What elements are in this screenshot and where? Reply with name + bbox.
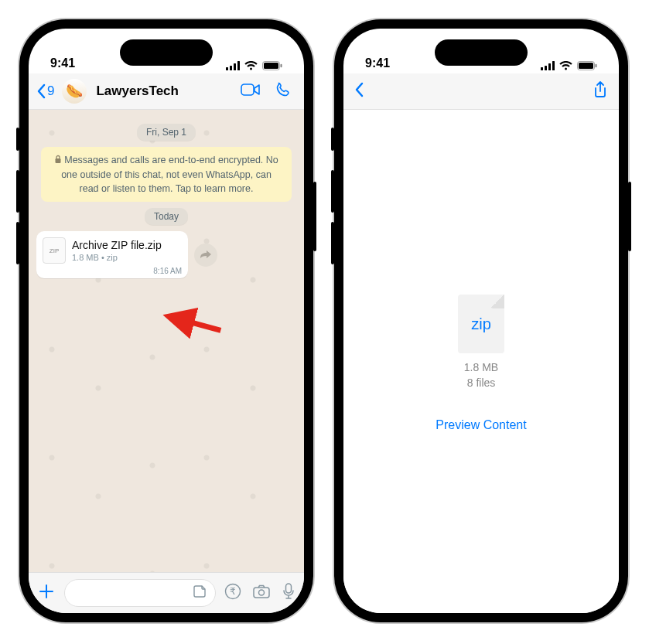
svg-text:₹: ₹: [230, 586, 236, 597]
phone-left: 9:41 9 🌭 LawyersTech: [19, 19, 313, 622]
svg-rect-21: [596, 64, 597, 67]
volume-down-button: [16, 222, 19, 264]
volume-up-button: [16, 170, 19, 213]
sticker-icon: [192, 584, 207, 599]
plus-icon: [38, 583, 55, 600]
chat-title[interactable]: LawyersTech: [96, 83, 231, 99]
video-call-button[interactable]: [236, 83, 265, 100]
power-button: [313, 182, 316, 251]
svg-rect-18: [552, 61, 555, 70]
file-meta: 1.8 MB • zip: [72, 253, 182, 262]
battery-icon: [577, 61, 597, 70]
svg-rect-7: [241, 84, 254, 95]
lock-icon: [54, 154, 62, 168]
battery-icon: [262, 61, 282, 70]
camera-button[interactable]: [250, 584, 273, 602]
encryption-notice[interactable]: Messages and calls are end-to-end encryp…: [41, 147, 292, 202]
svg-rect-11: [254, 588, 269, 598]
share-button[interactable]: [593, 80, 608, 102]
silence-switch: [331, 128, 334, 151]
encryption-text: Messages and calls are end-to-end encryp…: [61, 155, 278, 194]
file-count: 8 files: [467, 377, 496, 389]
svg-rect-8: [56, 158, 61, 163]
status-time: 9:41: [365, 56, 390, 70]
back-button[interactable]: [354, 82, 364, 101]
message-input[interactable]: [64, 579, 216, 607]
video-icon: [241, 83, 261, 97]
chevron-left-icon: [354, 82, 364, 97]
back-button[interactable]: 9: [36, 83, 54, 99]
status-time: 9:41: [50, 56, 75, 70]
wifi-icon: [244, 61, 258, 70]
wifi-icon: [559, 61, 572, 70]
volume-up-button: [331, 170, 334, 213]
share-icon: [593, 80, 608, 99]
svg-rect-1: [230, 66, 232, 70]
preview-header: [343, 73, 619, 110]
preview-content-button[interactable]: Preview Content: [436, 418, 526, 432]
svg-point-12: [259, 590, 265, 595]
svg-rect-20: [579, 63, 593, 69]
document-icon: zip: [458, 295, 504, 353]
svg-line-14: [179, 304, 221, 346]
svg-rect-6: [281, 64, 282, 67]
mic-icon: [282, 582, 295, 601]
phone-icon: [275, 81, 292, 98]
cellular-icon: [226, 61, 240, 70]
chat-input-bar: ₹: [29, 572, 304, 613]
zip-file-icon: ZIP: [43, 237, 66, 264]
svg-rect-13: [286, 584, 292, 593]
svg-rect-3: [237, 61, 240, 70]
cellular-icon: [541, 61, 555, 70]
svg-rect-17: [548, 63, 551, 70]
file-size: 1.8 MB: [464, 361, 498, 373]
silence-switch: [16, 128, 19, 151]
rupee-icon: ₹: [224, 583, 241, 600]
camera-icon: [252, 584, 271, 599]
chevron-left-icon: [36, 83, 46, 99]
zip-label: zip: [471, 315, 491, 333]
phone-right: 9:41 zip 1.8 MB 8 f: [334, 19, 628, 622]
dynamic-island: [435, 39, 528, 66]
volume-down-button: [331, 222, 334, 264]
svg-rect-0: [226, 67, 228, 70]
sticker-button[interactable]: [192, 584, 207, 602]
voice-call-button[interactable]: [270, 81, 296, 101]
unread-count: 9: [47, 83, 54, 99]
chat-avatar[interactable]: 🌭: [62, 79, 87, 104]
forward-button[interactable]: [194, 244, 217, 267]
date-pill-today: Today: [145, 208, 188, 225]
chat-body[interactable]: Fri, Sep 1 Messages and calls are end-to…: [29, 110, 304, 577]
preview-body: zip 1.8 MB 8 files Preview Content: [343, 110, 619, 613]
payment-button[interactable]: ₹: [222, 583, 244, 603]
file-message-bubble[interactable]: ZIP Archive ZIP file.zip 1.8 MB • zip 8:…: [36, 231, 188, 278]
file-name: Archive ZIP file.zip: [72, 239, 182, 251]
power-button: [628, 182, 631, 251]
svg-rect-2: [234, 63, 236, 70]
svg-rect-16: [545, 66, 547, 70]
message-time: 8:16 AM: [43, 267, 182, 275]
forward-icon: [200, 250, 212, 261]
date-pill: Fri, Sep 1: [137, 124, 196, 141]
attach-button[interactable]: [35, 581, 58, 605]
svg-rect-5: [264, 63, 278, 69]
chat-header: 9 🌭 LawyersTech: [29, 73, 304, 110]
dynamic-island: [120, 39, 213, 66]
mic-button[interactable]: [279, 582, 298, 604]
svg-rect-15: [541, 67, 543, 70]
